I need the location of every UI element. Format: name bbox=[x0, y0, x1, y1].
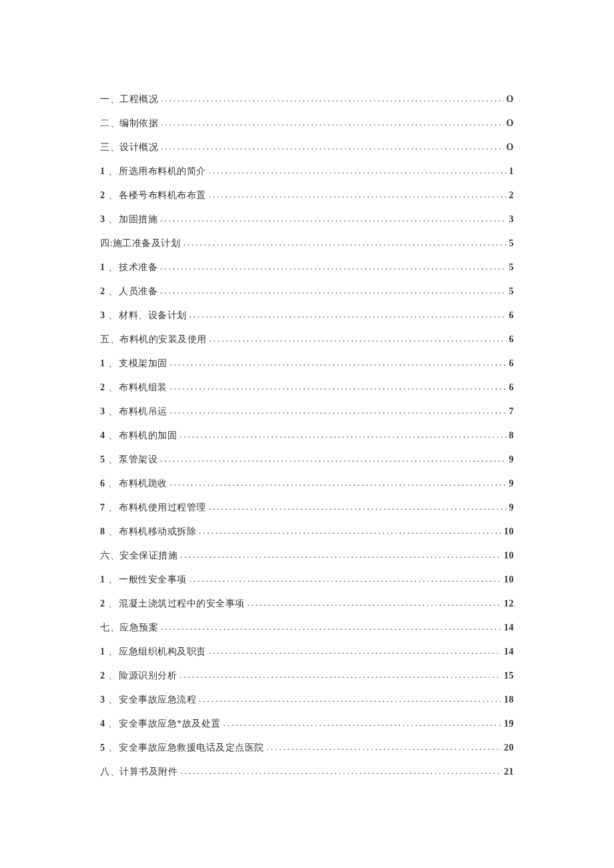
toc-label: 3、安全事故应急流程 bbox=[100, 694, 196, 706]
toc-leader-dots bbox=[180, 550, 501, 560]
toc-label: 7、布料机使用过程管理 bbox=[100, 502, 206, 514]
toc-label: 2、混凝土浇筑过程中的安全事项 bbox=[100, 598, 245, 610]
toc-entry: 5、泵管架设9 bbox=[100, 454, 514, 466]
toc-title-text: 安全事故应急救援电话及定点医院 bbox=[119, 743, 264, 753]
toc-title-text: 应急组织机构及职责 bbox=[119, 646, 206, 657]
toc-entry: 七、应急预案14 bbox=[100, 622, 514, 634]
toc-prefix: 3 bbox=[100, 406, 105, 416]
toc-leader-dots bbox=[161, 622, 501, 632]
toc-page-number: 9 bbox=[509, 502, 515, 513]
toc-label: 2、布料机组装 bbox=[100, 382, 168, 394]
toc-prefix: 1 bbox=[100, 166, 105, 176]
toc-entry: 2、混凝土浇筑过程中的安全事项12 bbox=[100, 598, 514, 610]
toc-label: 六、安全保证措施 bbox=[100, 550, 178, 562]
toc-title-text: 混凝土浇筑过程中的安全事项 bbox=[119, 598, 245, 608]
toc-page-number: 6 bbox=[509, 334, 515, 345]
toc-title-text: 人员准备 bbox=[119, 286, 158, 296]
toc-entry: 1、技术准备5 bbox=[100, 262, 514, 274]
toc-entry: 3、材料、设备计划6 bbox=[100, 310, 514, 322]
toc-separator: 、 bbox=[108, 502, 118, 512]
toc-entry: 5、安全事故应急救援电话及定点医院20 bbox=[100, 742, 514, 754]
toc-entry: 1、应急组织机构及职责14 bbox=[100, 646, 514, 658]
toc-prefix: 1 bbox=[100, 358, 105, 368]
toc-title-text: 材料、设备计划 bbox=[119, 310, 187, 320]
toc-leader-dots bbox=[170, 382, 507, 392]
toc-separator: 、 bbox=[108, 719, 118, 729]
toc-prefix: 5 bbox=[100, 454, 105, 464]
toc-page-number: 10 bbox=[504, 526, 514, 537]
toc-label: 七、应急预案 bbox=[100, 622, 158, 634]
toc-title-text: 一般性安全事项 bbox=[119, 574, 187, 584]
toc-label: 四:施工准备及计划 bbox=[100, 238, 180, 250]
toc-entry: 2、各楼号布料机布布置2 bbox=[100, 189, 514, 201]
toc-page-number: 15 bbox=[504, 671, 514, 681]
toc-separator: 、 bbox=[108, 382, 118, 392]
toc-leader-dots bbox=[170, 406, 507, 416]
toc-page-number: 18 bbox=[504, 695, 514, 705]
toc-label: 一、工程概况 bbox=[100, 93, 158, 105]
toc-separator: 、 bbox=[108, 671, 118, 681]
toc-label: 二、编制依据 bbox=[100, 117, 158, 129]
toc-separator: 、 bbox=[108, 478, 118, 488]
toc-entry: 1、支模架加固6 bbox=[100, 358, 514, 370]
toc-leader-dots bbox=[160, 262, 507, 272]
toc-page-number: 21 bbox=[504, 767, 514, 777]
toc-label: 三、设计概况 bbox=[100, 141, 158, 153]
toc-separator: 、 bbox=[108, 430, 118, 440]
toc-separator: 、 bbox=[108, 262, 118, 272]
toc-page-number: O bbox=[507, 142, 514, 153]
toc-entry: 3、安全事故应急流程18 bbox=[100, 694, 514, 706]
toc-prefix: 2 bbox=[100, 671, 105, 681]
toc-label: 1、所选用布料机的简介 bbox=[100, 165, 206, 177]
toc-separator: 、 bbox=[108, 526, 118, 536]
toc-title-text: 各楼号布料机布布置 bbox=[119, 190, 206, 200]
toc-separator: 、 bbox=[108, 743, 118, 753]
toc-separator: 、 bbox=[108, 166, 118, 176]
toc-page-number: 5 bbox=[509, 238, 515, 249]
toc-page-number: 14 bbox=[504, 622, 514, 633]
toc-label: 8、布料机移动或拆除 bbox=[100, 526, 196, 538]
toc-page-number: 6 bbox=[509, 358, 515, 369]
table-of-contents: 一、工程概况O二、编制依据O三、设计概况O1、所选用布料机的简介12、各楼号布料… bbox=[100, 93, 514, 778]
toc-entry: 4、安全事故应急*故及处置19 bbox=[100, 718, 514, 730]
toc-page-number: 6 bbox=[509, 310, 515, 321]
toc-leader-dots bbox=[209, 189, 507, 200]
toc-entry: 8、布料机移动或拆除10 bbox=[100, 526, 514, 538]
toc-leader-dots bbox=[161, 141, 504, 152]
toc-label: 八、计算书及附件 bbox=[100, 766, 178, 778]
toc-page-number: 7 bbox=[509, 406, 515, 417]
toc-leader-dots bbox=[210, 334, 507, 344]
toc-prefix: 1 bbox=[100, 262, 105, 272]
toc-page-number: 20 bbox=[504, 743, 514, 753]
toc-page-number: 5 bbox=[509, 286, 515, 297]
toc-separator: 、 bbox=[108, 454, 118, 464]
toc-separator: 、 bbox=[108, 286, 118, 296]
toc-label: 3、布料机吊运 bbox=[100, 406, 168, 418]
toc-title-text: 安全事故应急*故及处置 bbox=[119, 719, 221, 729]
toc-page-number: 1 bbox=[509, 166, 515, 177]
toc-page-number: 8 bbox=[509, 430, 515, 441]
toc-leader-dots bbox=[170, 478, 507, 488]
toc-title-text: 布料机移动或拆除 bbox=[119, 526, 196, 536]
toc-label: 4、安全事故应急*故及处置 bbox=[100, 718, 221, 730]
toc-leader-dots bbox=[190, 574, 502, 584]
toc-leader-dots bbox=[161, 117, 504, 128]
toc-leader-dots bbox=[161, 93, 504, 104]
toc-label: 3、加固措施 bbox=[100, 213, 158, 226]
toc-prefix: 2 bbox=[100, 598, 105, 608]
toc-prefix: 1 bbox=[100, 646, 105, 657]
toc-label: 1、技术准备 bbox=[100, 262, 158, 274]
toc-entry: 4、布料机的加固8 bbox=[100, 430, 514, 442]
toc-label: 1、应急组织机构及职责 bbox=[100, 646, 206, 658]
toc-title-text: 布料机的加固 bbox=[119, 430, 177, 440]
toc-label: 2、险源识别分析 bbox=[100, 670, 177, 682]
toc-label: 2、各楼号布料机布布置 bbox=[100, 189, 206, 201]
toc-separator: 、 bbox=[108, 574, 118, 584]
toc-title-text: 泵管架设 bbox=[119, 454, 158, 464]
toc-label: 3、材料、设备计划 bbox=[100, 310, 187, 322]
toc-leader-dots bbox=[190, 310, 507, 320]
toc-title-text: 技术准备 bbox=[119, 262, 158, 272]
toc-prefix: 1 bbox=[100, 574, 105, 584]
toc-prefix: 2 bbox=[100, 382, 105, 392]
toc-prefix: 4 bbox=[100, 719, 105, 729]
